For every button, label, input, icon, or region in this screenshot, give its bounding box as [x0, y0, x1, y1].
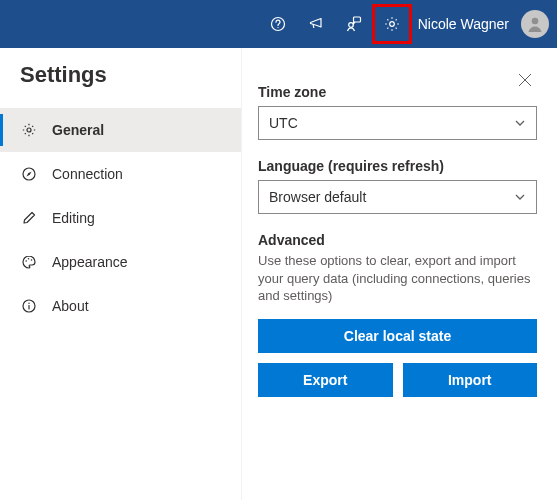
svg-point-9	[28, 258, 30, 260]
export-button[interactable]: Export	[258, 363, 393, 397]
palette-icon	[20, 253, 38, 271]
svg-point-1	[277, 27, 278, 28]
help-button[interactable]	[260, 6, 296, 42]
timezone-label: Time zone	[258, 84, 537, 100]
advanced-title: Advanced	[258, 232, 537, 248]
gear-icon	[20, 121, 38, 139]
sidebar-item-connection[interactable]: Connection	[0, 152, 241, 196]
person-icon	[525, 14, 545, 34]
import-button[interactable]: Import	[403, 363, 538, 397]
top-bar: Nicole Wagner	[0, 0, 557, 48]
svg-point-5	[532, 18, 539, 25]
language-value: Browser default	[269, 189, 366, 205]
chevron-down-icon	[514, 117, 526, 129]
sidebar-item-label: Appearance	[52, 254, 128, 270]
sidebar-item-label: About	[52, 298, 89, 314]
compass-icon	[20, 165, 38, 183]
sidebar-item-label: Connection	[52, 166, 123, 182]
sidebar-item-appearance[interactable]: Appearance	[0, 240, 241, 284]
timezone-select[interactable]: UTC	[258, 106, 537, 140]
svg-point-4	[389, 22, 394, 27]
sidebar-item-general[interactable]: General	[0, 108, 241, 152]
language-select[interactable]: Browser default	[258, 180, 537, 214]
advanced-description: Use these options to clear, export and i…	[258, 252, 537, 305]
svg-point-8	[25, 260, 27, 262]
pencil-icon	[20, 209, 38, 227]
megaphone-icon	[308, 16, 324, 32]
close-icon	[518, 73, 532, 87]
svg-point-12	[28, 303, 29, 304]
main-content: Time zone UTC Language (requires refresh…	[242, 48, 557, 500]
clear-local-state-button[interactable]: Clear local state	[258, 319, 537, 353]
timezone-value: UTC	[269, 115, 298, 131]
sidebar-item-editing[interactable]: Editing	[0, 196, 241, 240]
sidebar-item-label: General	[52, 122, 104, 138]
info-icon	[20, 297, 38, 315]
sidebar: Settings General	[0, 48, 242, 500]
svg-point-2	[348, 23, 353, 28]
timezone-field: Time zone UTC	[258, 84, 537, 140]
settings-panel: Settings General	[0, 48, 557, 500]
feedback-button[interactable]	[336, 6, 372, 42]
chevron-down-icon	[514, 191, 526, 203]
feedback-person-icon	[345, 15, 363, 33]
close-button[interactable]	[513, 68, 537, 92]
help-icon	[270, 16, 286, 32]
svg-point-10	[31, 259, 33, 261]
announce-button[interactable]	[298, 6, 334, 42]
settings-button[interactable]	[374, 6, 410, 42]
user-name[interactable]: Nicole Wagner	[412, 16, 519, 32]
svg-point-6	[27, 128, 31, 132]
svg-rect-3	[353, 17, 360, 22]
avatar[interactable]	[521, 10, 549, 38]
sidebar-nav: General Connection	[0, 102, 241, 328]
panel-title: Settings	[20, 62, 107, 88]
language-label: Language (requires refresh)	[258, 158, 537, 174]
advanced-section: Advanced Use these options to clear, exp…	[258, 232, 537, 397]
sidebar-item-about[interactable]: About	[0, 284, 241, 328]
panel-header: Settings	[0, 48, 241, 102]
sidebar-item-label: Editing	[52, 210, 95, 226]
gear-icon	[383, 15, 401, 33]
language-field: Language (requires refresh) Browser defa…	[258, 158, 537, 214]
